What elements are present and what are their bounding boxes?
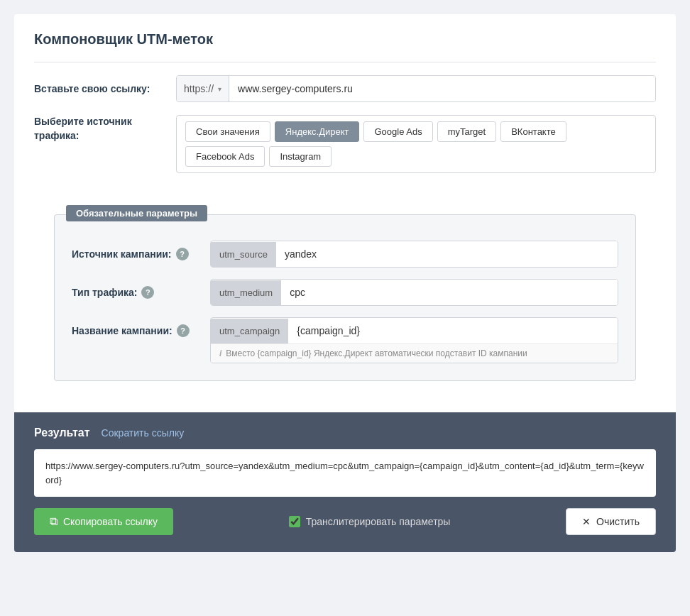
- result-header: Результат Сократить ссылку: [34, 427, 656, 439]
- clear-icon: ✕: [582, 516, 591, 527]
- param-row-0: Источник кампании: ?utm_source: [72, 241, 618, 268]
- result-title: Результат: [34, 427, 90, 439]
- transliterate-text: Транслитерировать параметры: [306, 516, 451, 527]
- param-value-input-0[interactable]: [276, 241, 618, 267]
- url-field-row: Вставьте свою ссылку: https:// ▾: [34, 75, 656, 102]
- source-btn-mytarget[interactable]: myTarget: [437, 121, 496, 142]
- required-params-badge: Обязательные параметры: [66, 205, 207, 221]
- help-icon-0[interactable]: ?: [176, 248, 189, 260]
- result-actions: ⧉ Скопировать ссылку Транслитерировать п…: [34, 508, 656, 535]
- source-btn-vk[interactable]: ВКонтакте: [500, 121, 566, 142]
- help-icon-1[interactable]: ?: [141, 286, 154, 299]
- param-label-1: Тип трафика: ?: [72, 279, 210, 299]
- param-label-0: Источник кампании: ?: [72, 241, 210, 260]
- url-input-wrapper: https:// ▾: [176, 75, 656, 102]
- param-input-wrapper-2: utm_campaigniВместо {campaign_id} Яндекс…: [210, 317, 618, 363]
- params-outer: Обязательные параметры Источник кампании…: [14, 200, 676, 398]
- protocol-select[interactable]: https:// ▾: [177, 76, 229, 101]
- param-key-2: utm_campaign: [211, 319, 288, 343]
- hint-text-2: Вместо {campaign_id} Яндекс.Директ автом…: [226, 348, 527, 358]
- traffic-source-row: Выберите источник трафика: Свои значения…: [34, 115, 656, 173]
- param-label-2: Название кампании: ?: [72, 317, 210, 337]
- copy-icon: ⧉: [50, 515, 58, 528]
- copy-button[interactable]: ⧉ Скопировать ссылку: [34, 508, 173, 535]
- help-icon-2[interactable]: ?: [177, 324, 190, 337]
- params-section: Обязательные параметры Источник кампании…: [54, 214, 636, 381]
- source-btn-instagram[interactable]: Instagram: [269, 146, 332, 167]
- clear-button[interactable]: ✕ Очистить: [566, 508, 656, 535]
- param-value-input-2[interactable]: [288, 318, 618, 343]
- section-divider: [34, 62, 656, 62]
- param-input-wrapper-0: utm_source: [210, 241, 618, 268]
- param-input-wrapper-1: utm_medium: [210, 279, 618, 306]
- traffic-source-wrapper: Свои значенияЯндекс.ДиректGoogle AdsmyTa…: [176, 115, 656, 173]
- source-btn-facebook[interactable]: Facebook Ads: [185, 146, 265, 167]
- url-field-label: Вставьте свою ссылку:: [34, 83, 176, 94]
- chevron-down-icon: ▾: [218, 85, 221, 93]
- transliterate-checkbox[interactable]: [289, 516, 300, 527]
- param-fields-container: Источник кампании: ?utm_sourceТип трафик…: [72, 241, 618, 363]
- top-section: Компоновщик UTM-меток Вставьте свою ссыл…: [14, 14, 676, 200]
- hint-icon-2: i: [219, 348, 221, 358]
- source-btn-yandex[interactable]: Яндекс.Директ: [275, 121, 360, 142]
- result-url-box: https://www.sergey-computers.ru?utm_sour…: [34, 449, 656, 497]
- source-btn-google[interactable]: Google Ads: [363, 121, 432, 142]
- protocol-text: https://: [184, 83, 214, 94]
- param-input-row-0: utm_source: [211, 241, 618, 267]
- main-container: Компоновщик UTM-меток Вставьте свою ссыл…: [14, 14, 676, 552]
- param-value-input-1[interactable]: [281, 280, 618, 305]
- source-btn-custom[interactable]: Свои значения: [185, 121, 270, 142]
- url-text-input[interactable]: [229, 76, 655, 101]
- transliterate-label[interactable]: Транслитерировать параметры: [289, 516, 451, 527]
- param-row-1: Тип трафика: ?utm_medium: [72, 279, 618, 306]
- page-title: Компоновщик UTM-меток: [34, 31, 656, 48]
- param-key-1: utm_medium: [211, 280, 281, 305]
- param-input-row-1: utm_medium: [211, 280, 618, 305]
- param-row-2: Название кампании: ?utm_campaigniВместо …: [72, 317, 618, 363]
- shorten-link[interactable]: Сократить ссылку: [102, 427, 185, 439]
- param-label-text-0: Источник кампании:: [72, 248, 172, 260]
- param-key-0: utm_source: [211, 242, 276, 267]
- param-label-text-1: Тип трафика:: [72, 287, 137, 298]
- param-label-text-2: Название кампании:: [72, 325, 172, 336]
- copy-button-label: Скопировать ссылку: [63, 516, 158, 527]
- param-hint-2: iВместо {campaign_id} Яндекс.Директ авто…: [211, 343, 618, 363]
- param-input-row-2: utm_campaign: [211, 318, 618, 343]
- traffic-source-label: Выберите источник трафика:: [34, 115, 176, 143]
- clear-button-label: Очистить: [596, 516, 640, 527]
- result-section: Результат Сократить ссылку https://www.s…: [14, 412, 676, 552]
